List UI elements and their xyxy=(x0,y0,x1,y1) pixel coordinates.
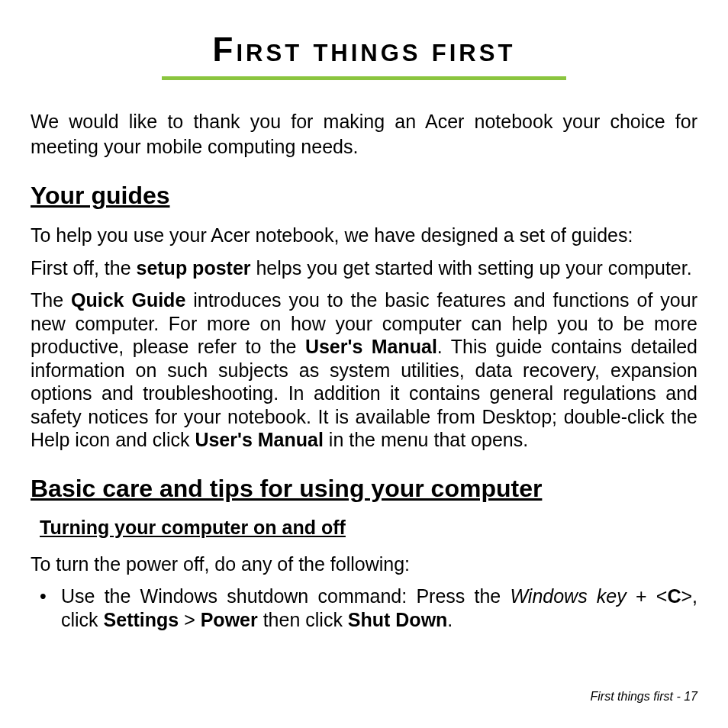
intro-paragraph: We would like to thank you for making an… xyxy=(31,109,697,159)
heading-your-guides: Your guides xyxy=(31,182,697,210)
heading-basic-care: Basic care and tips for using your compu… xyxy=(31,475,697,503)
bold-quick-guide: Quick Guide xyxy=(71,289,185,311)
shutdown-steps-list: Use the Windows shutdown command: Press … xyxy=(31,585,697,631)
bold-users-manual-2: User's Manual xyxy=(195,429,324,450)
title-underline xyxy=(162,76,566,80)
list-item: Use the Windows shutdown command: Press … xyxy=(31,585,697,631)
bold-power: Power xyxy=(201,609,258,630)
title-word-3: FIRST xyxy=(432,40,516,66)
title-cap-1: F xyxy=(213,31,237,68)
guides-p3: The Quick Guide introduces you to the ba… xyxy=(31,288,697,452)
title-rest-1: IRST xyxy=(237,40,303,66)
bold-setup-poster: setup poster xyxy=(136,257,250,279)
guides-p1: To help you use your Acer notebook, we h… xyxy=(31,224,697,247)
bold-users-manual-1: User's Manual xyxy=(305,336,437,357)
subheading-turning-on-off: Turning your computer on and off xyxy=(40,517,697,539)
page-title: FIRST THINGS FIRST xyxy=(31,31,697,69)
bold-key-c: C xyxy=(667,585,681,607)
turnoff-p1: To turn the power off, do any of the fol… xyxy=(31,552,697,576)
bold-settings: Settings xyxy=(104,609,179,630)
title-word-2: THINGS xyxy=(313,40,420,66)
italic-windows-key: Windows key xyxy=(510,585,626,607)
bold-shut-down: Shut Down xyxy=(348,609,448,630)
guides-p2: First off, the setup poster helps you ge… xyxy=(31,256,697,280)
page-footer: First things first - 17 xyxy=(591,690,697,704)
